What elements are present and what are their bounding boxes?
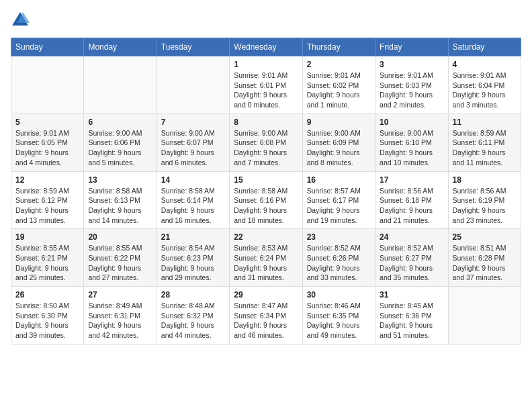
day-info: Sunrise: 8:58 AM Sunset: 6:16 PM Dayligh… <box>234 186 298 226</box>
day-info: Sunrise: 8:58 AM Sunset: 6:13 PM Dayligh… <box>88 186 152 226</box>
day-number: 5 <box>15 118 79 127</box>
calendar-cell: 17Sunrise: 8:56 AM Sunset: 6:18 PM Dayli… <box>375 171 448 229</box>
day-number: 19 <box>15 232 79 242</box>
calendar-cell: 12Sunrise: 8:59 AM Sunset: 6:12 PM Dayli… <box>11 171 84 229</box>
calendar-cell: 13Sunrise: 8:58 AM Sunset: 6:13 PM Dayli… <box>84 171 157 229</box>
day-info: Sunrise: 8:56 AM Sunset: 6:18 PM Dayligh… <box>380 186 443 226</box>
calendar-cell <box>84 56 157 114</box>
day-number: 24 <box>380 232 443 242</box>
day-number: 11 <box>453 118 517 127</box>
calendar-cell: 25Sunrise: 8:51 AM Sunset: 6:28 PM Dayli… <box>448 229 521 287</box>
day-info: Sunrise: 9:01 AM Sunset: 6:05 PM Dayligh… <box>15 128 79 168</box>
day-header-monday: Monday <box>84 38 157 56</box>
day-info: Sunrise: 9:00 AM Sunset: 6:07 PM Dayligh… <box>161 128 225 168</box>
calendar-week-row: 19Sunrise: 8:55 AM Sunset: 6:21 PM Dayli… <box>11 229 521 287</box>
calendar-cell: 2Sunrise: 9:01 AM Sunset: 6:02 PM Daylig… <box>302 56 375 114</box>
calendar-cell: 19Sunrise: 8:55 AM Sunset: 6:21 PM Dayli… <box>11 229 84 287</box>
day-number: 15 <box>234 175 298 185</box>
day-info: Sunrise: 8:52 AM Sunset: 6:27 PM Dayligh… <box>380 243 443 283</box>
calendar-cell: 6Sunrise: 9:00 AM Sunset: 6:06 PM Daylig… <box>84 113 157 171</box>
calendar-cell: 24Sunrise: 8:52 AM Sunset: 6:27 PM Dayli… <box>375 229 448 287</box>
day-header-wednesday: Wednesday <box>230 38 302 56</box>
day-info: Sunrise: 8:55 AM Sunset: 6:22 PM Dayligh… <box>88 243 152 283</box>
day-number: 20 <box>88 232 152 242</box>
day-info: Sunrise: 8:46 AM Sunset: 6:35 PM Dayligh… <box>307 301 371 340</box>
calendar-cell <box>157 56 229 114</box>
day-number: 4 <box>453 60 517 69</box>
day-header-tuesday: Tuesday <box>157 38 229 56</box>
day-number: 31 <box>380 290 443 300</box>
day-number: 27 <box>88 290 152 300</box>
day-header-friday: Friday <box>375 38 448 56</box>
day-header-thursday: Thursday <box>302 38 375 56</box>
day-info: Sunrise: 9:01 AM Sunset: 6:03 PM Dayligh… <box>380 71 443 110</box>
day-number: 13 <box>88 175 152 185</box>
day-info: Sunrise: 8:49 AM Sunset: 6:31 PM Dayligh… <box>88 301 152 340</box>
day-number: 14 <box>161 175 225 185</box>
day-info: Sunrise: 8:59 AM Sunset: 6:11 PM Dayligh… <box>453 128 517 168</box>
page-header <box>11 11 521 30</box>
calendar-cell: 5Sunrise: 9:01 AM Sunset: 6:05 PM Daylig… <box>11 113 84 171</box>
day-info: Sunrise: 8:47 AM Sunset: 6:34 PM Dayligh… <box>234 301 298 340</box>
calendar-cell: 21Sunrise: 8:54 AM Sunset: 6:23 PM Dayli… <box>157 229 229 287</box>
day-info: Sunrise: 9:00 AM Sunset: 6:08 PM Dayligh… <box>234 128 298 168</box>
day-number: 2 <box>307 60 371 69</box>
day-number: 23 <box>307 232 371 242</box>
day-info: Sunrise: 8:55 AM Sunset: 6:21 PM Dayligh… <box>15 243 79 283</box>
day-info: Sunrise: 8:56 AM Sunset: 6:19 PM Dayligh… <box>453 186 517 226</box>
logo-icon <box>11 11 30 30</box>
calendar-cell: 28Sunrise: 8:48 AM Sunset: 6:32 PM Dayli… <box>157 287 229 345</box>
day-info: Sunrise: 9:01 AM Sunset: 6:04 PM Dayligh… <box>453 71 517 110</box>
calendar-week-row: 26Sunrise: 8:50 AM Sunset: 6:30 PM Dayli… <box>11 287 521 345</box>
calendar-cell: 1Sunrise: 9:01 AM Sunset: 6:01 PM Daylig… <box>230 56 302 114</box>
day-info: Sunrise: 9:01 AM Sunset: 6:01 PM Dayligh… <box>234 71 298 110</box>
logo <box>11 11 32 30</box>
day-number: 10 <box>380 118 443 127</box>
day-number: 12 <box>15 175 79 185</box>
day-info: Sunrise: 8:52 AM Sunset: 6:26 PM Dayligh… <box>307 243 371 283</box>
day-number: 9 <box>307 118 371 127</box>
day-number: 17 <box>380 175 443 185</box>
calendar-cell: 16Sunrise: 8:57 AM Sunset: 6:17 PM Dayli… <box>302 171 375 229</box>
calendar-cell: 18Sunrise: 8:56 AM Sunset: 6:19 PM Dayli… <box>448 171 521 229</box>
calendar-cell: 31Sunrise: 8:45 AM Sunset: 6:36 PM Dayli… <box>375 287 448 345</box>
calendar-cell: 20Sunrise: 8:55 AM Sunset: 6:22 PM Dayli… <box>84 229 157 287</box>
calendar-cell: 3Sunrise: 9:01 AM Sunset: 6:03 PM Daylig… <box>375 56 448 114</box>
calendar-week-row: 5Sunrise: 9:01 AM Sunset: 6:05 PM Daylig… <box>11 113 521 171</box>
calendar-table: SundayMondayTuesdayWednesdayThursdayFrid… <box>11 38 521 345</box>
day-number: 16 <box>307 175 371 185</box>
day-info: Sunrise: 8:54 AM Sunset: 6:23 PM Dayligh… <box>161 243 225 283</box>
calendar-cell: 26Sunrise: 8:50 AM Sunset: 6:30 PM Dayli… <box>11 287 84 345</box>
day-header-sunday: Sunday <box>11 38 84 56</box>
day-info: Sunrise: 9:00 AM Sunset: 6:09 PM Dayligh… <box>307 128 371 168</box>
day-info: Sunrise: 9:01 AM Sunset: 6:02 PM Dayligh… <box>307 71 371 110</box>
day-number: 22 <box>234 232 298 242</box>
day-header-saturday: Saturday <box>448 38 521 56</box>
calendar-cell: 7Sunrise: 9:00 AM Sunset: 6:07 PM Daylig… <box>157 113 229 171</box>
day-info: Sunrise: 8:45 AM Sunset: 6:36 PM Dayligh… <box>380 301 443 340</box>
day-info: Sunrise: 8:58 AM Sunset: 6:14 PM Dayligh… <box>161 186 225 226</box>
calendar-cell: 10Sunrise: 9:00 AM Sunset: 6:10 PM Dayli… <box>375 113 448 171</box>
day-info: Sunrise: 9:00 AM Sunset: 6:06 PM Dayligh… <box>88 128 152 168</box>
day-number: 29 <box>234 290 298 300</box>
day-number: 18 <box>453 175 517 185</box>
calendar-cell: 9Sunrise: 9:00 AM Sunset: 6:09 PM Daylig… <box>302 113 375 171</box>
calendar-cell: 4Sunrise: 9:01 AM Sunset: 6:04 PM Daylig… <box>448 56 521 114</box>
calendar-cell <box>448 287 521 345</box>
day-number: 1 <box>234 60 298 69</box>
day-info: Sunrise: 8:59 AM Sunset: 6:12 PM Dayligh… <box>15 186 79 226</box>
calendar-cell: 23Sunrise: 8:52 AM Sunset: 6:26 PM Dayli… <box>302 229 375 287</box>
calendar-cell: 15Sunrise: 8:58 AM Sunset: 6:16 PM Dayli… <box>230 171 302 229</box>
day-number: 3 <box>380 60 443 69</box>
calendar-week-row: 1Sunrise: 9:01 AM Sunset: 6:01 PM Daylig… <box>11 56 521 114</box>
calendar-cell: 22Sunrise: 8:53 AM Sunset: 6:24 PM Dayli… <box>230 229 302 287</box>
day-info: Sunrise: 8:48 AM Sunset: 6:32 PM Dayligh… <box>161 301 225 340</box>
day-number: 26 <box>15 290 79 300</box>
day-info: Sunrise: 8:51 AM Sunset: 6:28 PM Dayligh… <box>453 243 517 283</box>
day-number: 8 <box>234 118 298 127</box>
calendar-cell: 11Sunrise: 8:59 AM Sunset: 6:11 PM Dayli… <box>448 113 521 171</box>
calendar-cell: 27Sunrise: 8:49 AM Sunset: 6:31 PM Dayli… <box>84 287 157 345</box>
day-info: Sunrise: 8:50 AM Sunset: 6:30 PM Dayligh… <box>15 301 79 340</box>
day-info: Sunrise: 8:57 AM Sunset: 6:17 PM Dayligh… <box>307 186 371 226</box>
day-info: Sunrise: 9:00 AM Sunset: 6:10 PM Dayligh… <box>380 128 443 168</box>
